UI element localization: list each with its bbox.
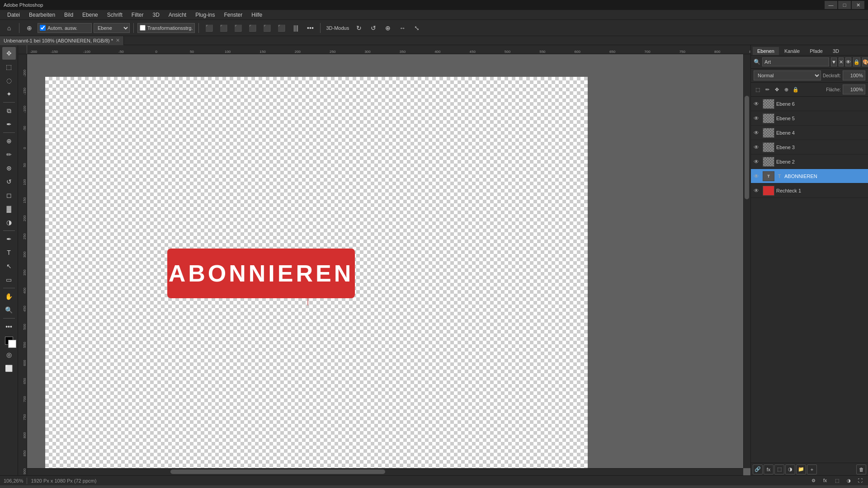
layer-item-ebene2[interactable]: 👁 Ebene 2	[751, 155, 868, 169]
create-group-button[interactable]: 📁	[796, 465, 806, 474]
menu-plugins[interactable]: Plug-ins	[192, 11, 218, 19]
visibility-icon-ebene2[interactable]: 👁	[754, 159, 761, 165]
dodge-tool[interactable]: ◑	[2, 216, 16, 229]
transform-checkbox[interactable]	[140, 25, 146, 31]
maximize-button[interactable]: □	[838, 1, 851, 9]
document-tab[interactable]: Unbenannt-1 bei 108% (ABONNIEREN, RGB/8)…	[0, 36, 124, 45]
menu-3d[interactable]: 3D	[149, 11, 163, 19]
lock-all-btn[interactable]: 🔒	[792, 85, 800, 94]
type-tool[interactable]: T	[2, 246, 16, 259]
scale-3d-button[interactable]: ⤡	[410, 22, 423, 34]
move-tool[interactable]: ✥	[2, 47, 16, 60]
layer-color-btn[interactable]: 🎨	[862, 57, 868, 66]
visibility-icon-ebene4[interactable]: 👁	[754, 130, 761, 136]
visibility-icon-ebene5[interactable]: 👁	[754, 115, 761, 122]
lock-transparent-btn[interactable]: ⬚	[754, 85, 762, 94]
horizontal-scrollbar[interactable]	[27, 468, 743, 475]
menu-ebene[interactable]: Ebene	[79, 11, 102, 19]
path-select-tool[interactable]: ↖	[2, 260, 16, 272]
foreground-color[interactable]	[5, 337, 13, 345]
menu-fenster[interactable]: Fenster	[221, 11, 246, 19]
layer-item-abonnieren[interactable]: 👁 T T ABONNIEREN	[751, 169, 868, 183]
brush-tool[interactable]: ✏	[2, 148, 16, 161]
slide-3d-button[interactable]: ↔	[396, 22, 409, 34]
lock-image-btn[interactable]: ✏	[763, 85, 771, 94]
menu-filter[interactable]: Filter	[128, 11, 147, 19]
more-tools-button[interactable]: •••	[2, 320, 16, 333]
align-right-button[interactable]: ⬛	[231, 22, 244, 34]
tool-options-button[interactable]: ⊕	[23, 22, 36, 34]
wand-tool[interactable]: ✦	[2, 88, 16, 100]
tab-pfade[interactable]: Pfade	[805, 47, 827, 55]
h-scrollbar-thumb[interactable]	[170, 469, 385, 474]
layer-visibility-btn[interactable]: 👁	[845, 57, 851, 66]
hand-tool[interactable]: ✋	[2, 290, 16, 303]
canvas-checkerboard[interactable]: ABONNIEREN	[45, 77, 588, 470]
menu-datei[interactable]: Datei	[4, 11, 24, 19]
menu-bild[interactable]: Bild	[61, 11, 77, 19]
align-left-button[interactable]: ⬛	[203, 22, 215, 34]
zoom-tool[interactable]: 🔍	[2, 304, 16, 316]
add-style-button[interactable]: fx	[764, 465, 774, 474]
minimize-button[interactable]: —	[825, 1, 837, 9]
menu-hilfe[interactable]: Hilfe	[248, 11, 266, 19]
history-brush-tool[interactable]: ↺	[2, 175, 16, 188]
layer-lock-btn[interactable]: 🔒	[853, 57, 860, 66]
layer-search-close[interactable]: ✕	[839, 57, 844, 66]
visibility-icon-abonnieren[interactable]: 👁	[754, 173, 761, 179]
distribute-button[interactable]: |||	[289, 22, 302, 34]
roll-3d-button[interactable]: ↺	[367, 22, 380, 34]
opacity-input[interactable]	[843, 70, 865, 80]
pen-tool[interactable]: ✒	[2, 233, 16, 245]
status-settings-button[interactable]: ⚙	[809, 477, 817, 485]
crop-tool[interactable]: ⧉	[2, 104, 16, 117]
layer-item-ebene3[interactable]: 👁 Ebene 3	[751, 140, 868, 155]
v-scrollbar-thumb[interactable]	[745, 96, 749, 199]
status-mask-button[interactable]: ⬚	[833, 477, 841, 485]
layer-item-ebene6[interactable]: 👁 Ebene 6	[751, 97, 868, 111]
layer-item-rechteck1[interactable]: 👁 Rechteck 1	[751, 183, 868, 198]
lasso-tool[interactable]: ◌	[2, 74, 16, 87]
add-adjustment-button[interactable]: ◑	[785, 465, 795, 474]
add-mask-button[interactable]: ⬚	[774, 465, 784, 474]
eraser-tool[interactable]: ◻	[2, 189, 16, 202]
layer-filter-button[interactable]: ▼	[831, 57, 837, 66]
eyedropper-tool[interactable]: ✒	[2, 118, 16, 131]
align-top-button[interactable]: ⬛	[246, 22, 259, 34]
visibility-icon-ebene3[interactable]: 👁	[754, 144, 761, 150]
menu-ansicht[interactable]: Ansicht	[165, 11, 190, 19]
auto-select-checkbox[interactable]	[40, 25, 46, 31]
gradient-tool[interactable]: ▓	[2, 202, 16, 215]
status-adjustment-button[interactable]: ◑	[844, 477, 853, 485]
selection-tool[interactable]: ⬚	[2, 61, 16, 73]
close-button[interactable]: ✕	[852, 1, 864, 9]
visibility-icon-rechteck1[interactable]: 👁	[754, 188, 761, 194]
spot-heal-tool[interactable]: ⊕	[2, 135, 16, 147]
status-fx-button[interactable]: fx	[821, 477, 829, 485]
canvas-viewport[interactable]: ABONNIEREN	[27, 54, 750, 475]
layer-search-input[interactable]	[762, 57, 829, 66]
more-options-button[interactable]: •••	[304, 22, 316, 34]
blend-mode-dropdown[interactable]: Normal Multiply Screen Overlay	[754, 70, 821, 80]
tab-3d[interactable]: 3D	[828, 47, 844, 55]
lock-position-btn[interactable]: ✥	[773, 85, 781, 94]
layer-dropdown[interactable]: Ebene Gruppe	[94, 23, 130, 33]
link-layers-button[interactable]: 🔗	[753, 465, 763, 474]
menu-bearbeiten[interactable]: Bearbeiten	[25, 11, 59, 19]
align-center-button[interactable]: ⬛	[217, 22, 230, 34]
rotate-3d-button[interactable]: ↻	[353, 22, 365, 34]
create-layer-button[interactable]: +	[807, 465, 817, 474]
shape-tool[interactable]: ▭	[2, 273, 16, 286]
background-color[interactable]	[8, 340, 16, 348]
clone-stamp-tool[interactable]: ⊛	[2, 162, 16, 174]
layer-item-ebene4[interactable]: 👁 Ebene 4	[751, 126, 868, 140]
home-button[interactable]: ⌂	[3, 22, 15, 34]
delete-layer-button[interactable]: 🗑	[856, 465, 866, 474]
pan-3d-button[interactable]: ⊕	[382, 22, 394, 34]
tab-ebenen[interactable]: Ebenen	[753, 47, 779, 55]
lock-artboard-btn[interactable]: ⊕	[782, 85, 790, 94]
vertical-scrollbar[interactable]	[743, 54, 750, 468]
tab-close-button[interactable]: ✕	[116, 38, 120, 43]
fill-input[interactable]	[843, 84, 865, 94]
status-fullscreen-button[interactable]: ⛶	[856, 477, 864, 485]
